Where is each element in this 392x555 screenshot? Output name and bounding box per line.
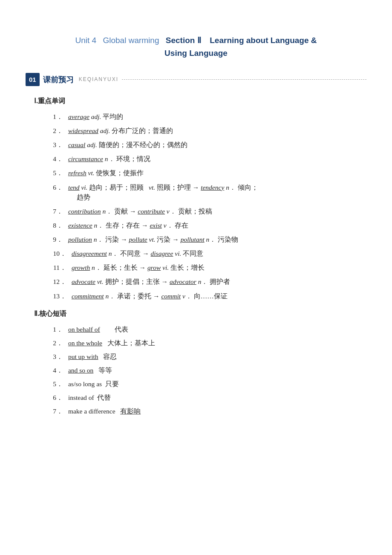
vocab-item-12: 12． advocate vt. 拥护；提倡；主张 → advocator n．… [34, 276, 366, 287]
vocab-item-1: 1． average adj. 平均的 [34, 111, 366, 122]
vocab-item-2: 2． widespread adj. 分布广泛的；普通的 [34, 125, 366, 136]
phrase-list: 1． on behalf of 代表 2． on the whole 大体上；基… [26, 324, 366, 417]
section-title-cn: 课前预习 [43, 73, 74, 87]
section-badge: 01 [26, 73, 40, 86]
vocab-item-4: 4． circumstance n． 环境；情况 [34, 153, 366, 165]
unit-title: Global warming [98, 36, 164, 45]
section-title2: Using Language [164, 49, 228, 58]
vocab-list: 1． average adj. 平均的 2． widespread adj. 分… [26, 111, 366, 302]
vocab-item-10: 10． disagreement n． 不同意 → disagree vi. 不… [34, 248, 366, 259]
phrase-item-6: 6． instead of 代替 [34, 392, 366, 403]
vocab-section-title: Ⅰ.重点单词 [34, 95, 366, 107]
vocab-item-8: 8． existence n． 生存；存在 → exist v． 存在 [34, 220, 366, 231]
section01-bar: 01 课前预习 KEQIANYUXI [26, 73, 366, 87]
vocab-item-7: 7． contribution n． 贡献 → contribute v． 贡献… [34, 205, 366, 217]
unit-label: Unit 4 [75, 36, 97, 45]
section-divider-line [122, 79, 366, 80]
section-title: Learning about Language & [203, 36, 317, 45]
phrase-section-title: Ⅱ.核心短语 [34, 308, 366, 320]
vocab-item-9: 9． pollution n． 污染 → pollute vt. 污染 → po… [34, 234, 366, 245]
phrase-item-7: 7． make a difference 有影响 [34, 405, 366, 417]
phrase-item-4: 4． and so on 等等 [34, 364, 366, 376]
vocab-item-3: 3． casual adj. 随便的；漫不经心的；偶然的 [34, 139, 366, 150]
phrase-item-5: 5． as/so long as 只要 [34, 378, 366, 390]
section-title-en: KEQIANYUXI [79, 75, 118, 84]
page-header: Unit 4 Global warming Section Ⅱ Learning… [26, 34, 366, 60]
section-label: Section Ⅱ [166, 36, 201, 45]
vocab-item-11: 11． growth n． 延长；生长 → grow vi. 生长；增长 [34, 262, 366, 273]
vocab-item-13: 13． commitment n． 承诺；委托 → commit v． 向……保… [34, 290, 366, 302]
phrase-item-2: 2． on the whole 大体上；基本上 [34, 337, 366, 349]
phrase-item-3: 3． put up with 容忍 [34, 351, 366, 362]
vocab-item-5: 5． refresh vt. 使恢复；使振作 [34, 167, 366, 179]
phrase-item-1: 1． on behalf of 代表 [34, 324, 366, 335]
vocab-item-6: 6． tend vi. 趋向；易于；照顾 vt. 照顾；护理 → tendenc… [34, 182, 366, 203]
